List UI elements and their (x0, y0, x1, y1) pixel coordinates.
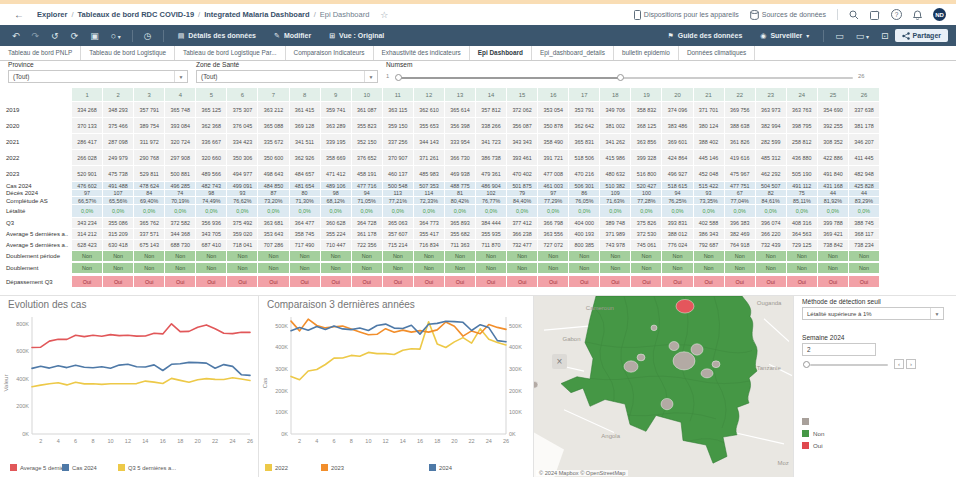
cell[interactable]: 372 530 (631, 229, 662, 239)
cell[interactable]: Non (538, 251, 569, 261)
cell[interactable]: 369 756 (725, 102, 756, 117)
cell[interactable]: Oui (414, 276, 445, 287)
refresh-interval-icon[interactable]: ◷ (144, 31, 152, 41)
cell[interactable]: Oui (321, 276, 352, 287)
cell[interactable]: 354 690 (818, 102, 849, 117)
cell[interactable]: 84,40% (507, 197, 538, 204)
cell[interactable]: Non (165, 263, 196, 273)
cell[interactable]: 355 224 (321, 229, 352, 239)
week-slider-handle[interactable] (803, 361, 810, 368)
cell[interactable]: 477 751 (725, 182, 756, 189)
cell[interactable]: Non (631, 251, 662, 261)
cell[interactable]: Non (476, 263, 507, 273)
cell[interactable]: 320 660 (196, 150, 227, 165)
comments-icon[interactable]: ▭ (835, 31, 844, 41)
cell[interactable]: 458 191 (352, 166, 383, 181)
cell[interactable]: 484 850 (258, 182, 289, 189)
cell[interactable]: 113 (383, 190, 414, 196)
cell[interactable]: 711 363 (445, 240, 476, 250)
comparison-chart-plot[interactable]: 0K0K100K100K200K200K300K300K400K400K500K… (261, 310, 531, 448)
cell[interactable]: 74,49% (196, 197, 227, 204)
view-original-button[interactable]: ⊞Vue : Original (329, 32, 384, 40)
breadcrumb-item[interactable]: Epi Dashboard (320, 10, 370, 19)
row-label[interactable]: Average 5 dernières a.. (0, 240, 72, 250)
cell[interactable]: 0,0% (818, 205, 849, 217)
column-header[interactable]: 23 (756, 88, 787, 101)
cell[interactable]: 350 878 (538, 118, 569, 133)
cell[interactable]: Oui (290, 276, 321, 287)
cell[interactable]: 81,92% (818, 197, 849, 204)
edit-button[interactable]: ✎Modifier (274, 32, 311, 40)
cell[interactable]: 359 020 (227, 229, 258, 239)
cell[interactable]: 376 652 (352, 150, 383, 165)
cell[interactable]: 282 599 (756, 134, 787, 149)
cell[interactable]: Oui (383, 276, 414, 287)
column-header[interactable]: 8 (290, 88, 321, 101)
cell[interactable]: 484 657 (290, 166, 321, 181)
cell[interactable]: 44 (849, 190, 880, 196)
cell[interactable]: 715 214 (383, 240, 414, 250)
cell[interactable]: 358 832 (631, 102, 662, 117)
row-label[interactable]: 2021 (0, 134, 72, 149)
cell[interactable]: 94 (662, 190, 693, 196)
cell[interactable]: 776 024 (662, 240, 693, 250)
legend-item[interactable] (802, 418, 813, 425)
week-slider-track[interactable] (810, 364, 888, 366)
cell[interactable]: Non (725, 263, 756, 273)
cell[interactable]: 494 977 (227, 166, 258, 181)
cell[interactable]: 366 798 (538, 218, 569, 228)
cell[interactable]: 431 168 (818, 182, 849, 189)
cell[interactable]: Non (662, 251, 693, 261)
cell[interactable]: 353 054 (538, 102, 569, 117)
evolution-chart-plot[interactable]: 0K200K400K600K800K2468101214161820222426 (4, 310, 256, 448)
cell[interactable]: 688 730 (165, 240, 196, 250)
cell[interactable]: 506 301 (569, 182, 600, 189)
cell[interactable]: 496 927 (662, 166, 693, 181)
device-layouts-button[interactable]: Dispositions pour les appareils (634, 10, 739, 20)
revert-icon[interactable]: ↺ (51, 31, 59, 41)
cell[interactable]: 85,11% (787, 197, 818, 204)
cell[interactable]: 374 096 (662, 102, 693, 117)
cell[interactable]: 361 415 (290, 102, 321, 117)
cell[interactable]: 445 146 (694, 150, 725, 165)
cell[interactable]: 370 133 (72, 118, 103, 133)
column-header[interactable]: 11 (383, 88, 414, 101)
cell[interactable]: 477 716 (352, 182, 383, 189)
cell[interactable]: 358 745 (290, 229, 321, 239)
cell[interactable]: 360 628 (321, 218, 352, 228)
cell[interactable]: Non (600, 263, 631, 273)
cell[interactable]: 388 402 (694, 134, 725, 149)
cell[interactable]: 368 125 (631, 118, 662, 133)
cell[interactable]: 338 266 (476, 118, 507, 133)
cell[interactable]: 707 286 (258, 240, 289, 250)
cell[interactable]: 425 828 (849, 182, 880, 189)
redo-icon[interactable]: ↷ (32, 31, 40, 41)
watch-button[interactable]: ◉Surveiller▾ (760, 32, 809, 40)
cell[interactable]: 729 125 (787, 240, 818, 250)
row-label[interactable]: 2020 (0, 118, 72, 133)
cell[interactable]: 392 255 (818, 118, 849, 133)
cell[interactable]: Non (227, 251, 258, 261)
cell[interactable]: 375 307 (227, 102, 258, 117)
row-label[interactable]: Average 5 dernières a.. (0, 229, 72, 239)
cell[interactable]: Oui (476, 276, 507, 287)
cell[interactable]: 461 003 (538, 182, 569, 189)
series-Cas 2024[interactable] (32, 362, 250, 375)
cell[interactable]: 361 826 (725, 134, 756, 149)
cell[interactable]: 69,40% (134, 197, 165, 204)
column-header[interactable]: 15 (507, 88, 538, 101)
cell[interactable]: 0,0% (445, 205, 476, 217)
cell[interactable]: 404 000 (569, 218, 600, 228)
cell[interactable]: 350 600 (258, 150, 289, 165)
cell[interactable]: 675 143 (134, 240, 165, 250)
column-header[interactable]: 14 (476, 88, 507, 101)
cell[interactable]: Non (134, 263, 165, 273)
cell[interactable]: 364 773 (414, 218, 445, 228)
chevron-down-icon[interactable]: ▼ (364, 71, 377, 82)
cell[interactable]: 355 653 (414, 118, 445, 133)
cell[interactable]: 363 681 (258, 218, 289, 228)
cell[interactable]: Non (849, 251, 880, 261)
column-header[interactable]: 1 (72, 88, 103, 101)
cell[interactable]: 398 795 (787, 118, 818, 133)
cell[interactable]: 333 954 (445, 134, 476, 149)
